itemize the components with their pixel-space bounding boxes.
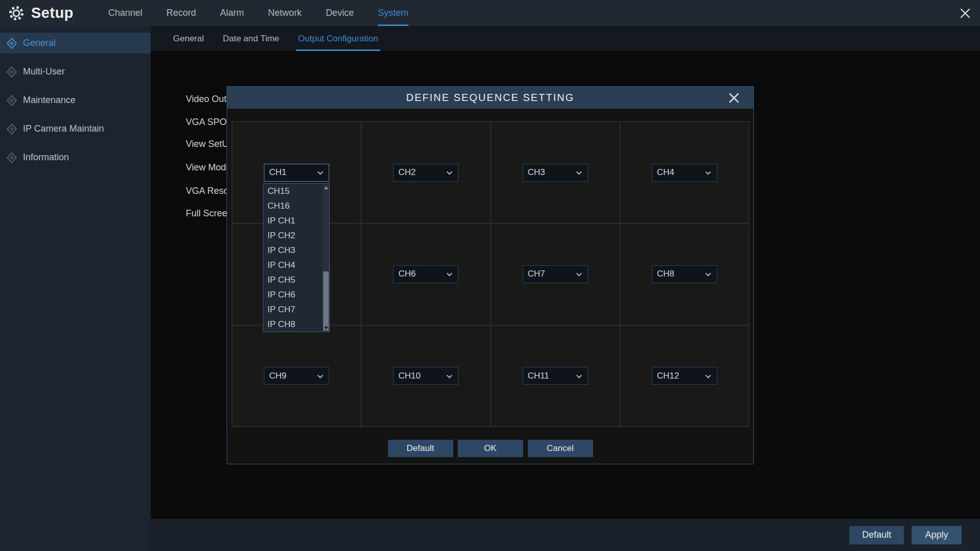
sidebar-item-general[interactable]: General bbox=[0, 33, 151, 54]
dialog-header: DEFINE SEQUENCE SETTING bbox=[227, 87, 753, 109]
grid-cell: CH10 bbox=[361, 325, 490, 427]
dropdown-option[interactable]: CH15 bbox=[263, 184, 323, 198]
sidebar-item-label: Information bbox=[23, 152, 69, 163]
dropdown-options: CH15 CH16 IP CH1 IP CH2 IP CH3 IP CH4 IP… bbox=[263, 184, 323, 332]
dialog-default-button[interactable]: Default bbox=[388, 440, 453, 457]
app-title: Setup bbox=[31, 5, 74, 21]
diamond-icon bbox=[6, 66, 17, 78]
channel-select-9[interactable]: CH9 bbox=[264, 367, 329, 385]
grid-cell: CH3 bbox=[491, 122, 620, 223]
diamond-icon bbox=[6, 95, 17, 106]
channel-select-8[interactable]: CH8 bbox=[652, 265, 717, 283]
scroll-down-icon[interactable] bbox=[324, 327, 328, 330]
channel-select-6[interactable]: CH6 bbox=[393, 265, 458, 283]
dialog-title: DEFINE SEQUENCE SETTING bbox=[406, 92, 574, 104]
grid-cell: CH11 bbox=[491, 325, 620, 427]
grid-cell: CH2 bbox=[361, 122, 490, 223]
full-screen-label: Full Scree bbox=[186, 208, 227, 219]
nav-item-device[interactable]: Device bbox=[326, 0, 354, 26]
grid-cell: CH8 bbox=[620, 223, 749, 324]
dialog-cancel-button[interactable]: Cancel bbox=[528, 440, 593, 457]
nav-item-channel[interactable]: Channel bbox=[108, 0, 142, 26]
nav-item-network[interactable]: Network bbox=[268, 0, 302, 26]
chevron-down-icon bbox=[705, 371, 712, 381]
diamond-icon bbox=[6, 123, 17, 135]
chevron-down-icon bbox=[705, 269, 712, 279]
channel-select-2[interactable]: CH2 bbox=[393, 164, 458, 182]
sidebar-item-multi-user[interactable]: Multi-User bbox=[0, 61, 151, 82]
chevron-down-icon bbox=[576, 167, 582, 178]
channel-dropdown-list: CH15 CH16 IP CH1 IP CH2 IP CH3 IP CH4 IP… bbox=[263, 183, 330, 332]
sidebar-item-information[interactable]: Information bbox=[0, 147, 151, 168]
dropdown-option[interactable]: IP CH6 bbox=[263, 287, 323, 302]
dropdown-option[interactable]: IP CH1 bbox=[263, 213, 323, 228]
chevron-down-icon bbox=[317, 371, 324, 381]
vga-spot-label: VGA SPOT bbox=[186, 117, 232, 128]
chevron-down-icon bbox=[705, 167, 712, 178]
grid-cell: CH7 bbox=[491, 223, 620, 324]
channel-select-10[interactable]: CH10 bbox=[393, 367, 458, 385]
channel-select-value: CH9 bbox=[269, 371, 286, 381]
default-button[interactable]: Default bbox=[849, 526, 904, 544]
dropdown-option[interactable]: CH16 bbox=[263, 198, 323, 213]
scrollbar-thumb[interactable] bbox=[323, 271, 329, 331]
sidebar-item-label: Maintenance bbox=[23, 95, 76, 106]
grid-cell: CH9 bbox=[232, 325, 361, 427]
tab-date-and-time[interactable]: Date and Time bbox=[220, 26, 281, 51]
dropdown-option[interactable]: IP CH4 bbox=[263, 258, 323, 272]
channel-select-1[interactable]: CH1 bbox=[264, 164, 329, 182]
tab-general[interactable]: General bbox=[171, 26, 206, 51]
nav-item-system[interactable]: System bbox=[378, 0, 408, 26]
apply-button[interactable]: Apply bbox=[912, 526, 962, 544]
app-brand: Setup bbox=[0, 5, 102, 21]
channel-select-3[interactable]: CH3 bbox=[523, 164, 588, 182]
dropdown-option[interactable]: IP CH7 bbox=[263, 302, 323, 317]
channel-select-value: CH6 bbox=[398, 269, 415, 279]
sidebar-item-ip-camera-maintain[interactable]: IP Camera Maintain bbox=[0, 118, 151, 139]
sidebar-item-label: IP Camera Maintain bbox=[23, 123, 104, 134]
sequence-setting-dialog: DEFINE SEQUENCE SETTING CH1 CH2 CH3 bbox=[227, 86, 754, 464]
diamond-icon bbox=[6, 38, 17, 49]
grid-cell: CH4 bbox=[620, 122, 749, 223]
dialog-button-row: Default OK Cancel bbox=[227, 440, 753, 457]
dropdown-option[interactable]: IP CH5 bbox=[263, 272, 323, 287]
grid-cell: CH12 bbox=[620, 325, 749, 427]
scroll-up-icon[interactable] bbox=[324, 186, 328, 189]
nav-item-alarm[interactable]: Alarm bbox=[220, 0, 244, 26]
vga-resolution-label: VGA Reso bbox=[186, 186, 229, 196]
channel-select-12[interactable]: CH12 bbox=[652, 367, 717, 385]
footer-bar: Default Apply bbox=[151, 519, 980, 551]
dropdown-scrollbar[interactable] bbox=[323, 184, 329, 332]
diamond-icon bbox=[6, 152, 17, 163]
sidebar-item-maintenance[interactable]: Maintenance bbox=[0, 90, 151, 111]
grid-cell: CH6 bbox=[361, 223, 490, 324]
nav-item-record[interactable]: Record bbox=[166, 0, 196, 26]
dropdown-option[interactable]: IP CH2 bbox=[263, 228, 323, 243]
view-mode-label: View Mode bbox=[186, 162, 231, 173]
channel-select-value: CH10 bbox=[398, 371, 420, 381]
channel-select-7[interactable]: CH7 bbox=[523, 265, 588, 283]
channel-select-value: CH2 bbox=[398, 167, 415, 178]
dropdown-option[interactable]: IP CH8 bbox=[263, 317, 323, 332]
main-nav: Channel Record Alarm Network Device Syst… bbox=[108, 0, 408, 26]
channel-select-value: CH3 bbox=[528, 167, 545, 178]
chevron-down-icon bbox=[446, 167, 453, 178]
channel-select-4[interactable]: CH4 bbox=[652, 164, 717, 182]
gear-icon bbox=[8, 5, 24, 21]
tab-output-configuration[interactable]: Output Configuration bbox=[296, 26, 380, 51]
channel-select-11[interactable]: CH11 bbox=[523, 367, 588, 385]
sidebar: General Multi-User Maintenance IP Camera… bbox=[0, 26, 151, 551]
sidebar-item-label: General bbox=[23, 38, 56, 48]
chevron-down-icon bbox=[446, 371, 453, 381]
channel-select-value: CH1 bbox=[269, 167, 286, 178]
subtab-bar: General Date and Time Output Configurati… bbox=[151, 26, 980, 51]
dialog-ok-button[interactable]: OK bbox=[458, 440, 523, 457]
channel-select-value: CH12 bbox=[657, 371, 679, 381]
window-close-icon[interactable] bbox=[959, 7, 972, 20]
sidebar-item-label: Multi-User bbox=[23, 66, 65, 77]
channel-select-value: CH11 bbox=[528, 371, 549, 381]
chevron-down-icon bbox=[317, 167, 324, 178]
chevron-down-icon bbox=[576, 371, 582, 381]
dropdown-option[interactable]: IP CH3 bbox=[263, 243, 323, 258]
dialog-close-icon[interactable] bbox=[728, 92, 740, 104]
